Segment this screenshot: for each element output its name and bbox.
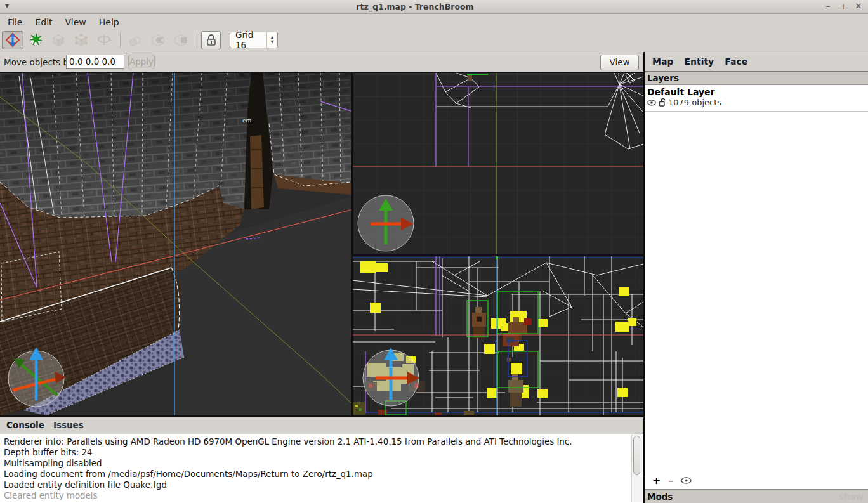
tab-issues[interactable]: Issues	[53, 420, 84, 430]
console-line: Loading document from /media/psf/Home/Do…	[4, 469, 640, 480]
console-line: Renderer info: Parallels using AMD Radeo…	[4, 436, 640, 447]
toolbar-separator	[197, 32, 197, 48]
mods-title: Mods	[647, 492, 673, 502]
console-log[interactable]: Renderer info: Parallels using AMD Radeo…	[0, 434, 643, 503]
inspector-panel: Map Entity Face Layers Default Layer 107…	[643, 52, 868, 503]
csg-convex-merge-icon	[128, 32, 143, 48]
console-line: Multisampling disabled	[4, 458, 640, 469]
csg-subtract-icon	[150, 32, 166, 48]
texture-lock-button[interactable]	[201, 31, 221, 49]
create-brush-tool-button[interactable]	[25, 31, 46, 49]
layer-unlocked-icon[interactable]	[659, 98, 666, 107]
create-brush-tool-icon	[28, 32, 43, 48]
viewport-2d-top[interactable]	[353, 73, 643, 254]
vertex-tool-button	[70, 31, 92, 49]
trenchbroom-window: ▼ rtz_q1.map - TrenchBroom – + ✕ File Ed…	[0, 0, 868, 503]
layers-footer: + –	[646, 473, 868, 488]
selection-tool-icon	[5, 32, 20, 48]
rotate-tool-icon	[96, 32, 112, 48]
clip-tool-icon	[51, 32, 66, 48]
layers-header: Layers	[645, 72, 868, 85]
toolbar-separator	[120, 32, 121, 48]
console-line: Cleared entity models	[4, 490, 640, 501]
vertex-tool-icon	[74, 32, 89, 48]
console-scrollbar[interactable]	[631, 434, 642, 502]
scrollbar-thumb[interactable]	[633, 436, 640, 475]
toggle-visibility-button[interactable]	[681, 477, 692, 484]
console-tab-bar: Console Issues	[0, 417, 643, 433]
title-bar: ▼ rtz_q1.map - TrenchBroom – + ✕	[0, 0, 868, 14]
tab-console[interactable]: Console	[6, 420, 44, 430]
axis-gizmo-top	[358, 195, 414, 251]
tab-entity[interactable]: Entity	[684, 56, 714, 67]
tool-bar: Grid 16 ▲▼	[0, 29, 868, 51]
inspector-tab-bar: Map Entity Face	[645, 52, 868, 72]
layer-row-default[interactable]: Default Layer 1079 objects	[645, 85, 868, 112]
remove-layer-button: –	[668, 474, 673, 487]
mods-header: Mods show	[645, 489, 868, 503]
csg-intersect-button	[170, 31, 192, 49]
grid-size-select[interactable]: Grid 16 ▲▼	[230, 32, 278, 48]
menu-bar: File Edit View Help	[0, 15, 868, 29]
add-layer-button[interactable]: +	[652, 474, 661, 487]
layer-name: Default Layer	[647, 87, 868, 97]
maximize-button[interactable]: +	[839, 1, 848, 11]
layers-title: Layers	[647, 73, 679, 83]
menu-help[interactable]: Help	[93, 16, 126, 29]
entity-label-3d: em	[242, 117, 251, 124]
clip-tool-button	[48, 31, 69, 49]
grid-size-value: Grid 16	[230, 30, 266, 50]
move-objects-label: Move objects by	[4, 57, 74, 67]
viewport-3d[interactable]: em	[0, 73, 351, 415]
console-line: Loaded entity definition file Quake.fgd	[4, 480, 640, 490]
viewport-2d-bottom[interactable]	[353, 256, 643, 415]
minimize-button[interactable]: –	[824, 1, 832, 11]
apply-button: Apply	[128, 55, 155, 69]
layer-visible-icon[interactable]	[647, 100, 656, 106]
csg-intersect-icon	[173, 32, 188, 48]
tab-face[interactable]: Face	[725, 56, 747, 67]
move-objects-bar: Move objects by Apply View	[0, 52, 643, 72]
rotate-tool-button	[93, 31, 115, 49]
menu-file[interactable]: File	[1, 16, 29, 29]
selection-tool-button[interactable]	[2, 31, 23, 49]
close-button[interactable]: ✕	[854, 1, 863, 11]
mods-show-toggle[interactable]: show	[839, 492, 864, 502]
console-line: Depth buffer bits: 24	[4, 447, 640, 458]
csg-convex-merge-button	[124, 31, 146, 49]
menu-edit[interactable]: Edit	[29, 16, 58, 29]
window-title: rtz_q1.map - TrenchBroom	[0, 2, 830, 11]
entity-sprite-top	[468, 75, 472, 81]
layer-object-count: 1079 objects	[668, 98, 721, 107]
move-objects-input[interactable]	[66, 55, 124, 69]
tab-map[interactable]: Map	[652, 56, 673, 67]
texture-lock-icon	[206, 34, 217, 46]
view-dropdown-button[interactable]: View	[600, 55, 639, 70]
menu-view[interactable]: View	[59, 16, 93, 29]
grid-size-spinner[interactable]: ▲▼	[266, 32, 277, 48]
csg-subtract-button	[147, 31, 169, 49]
